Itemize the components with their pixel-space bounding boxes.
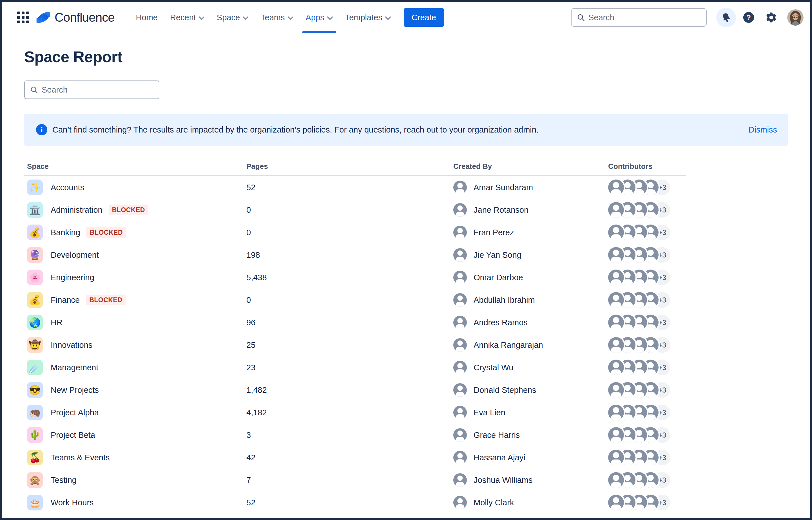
table-row[interactable]: 🎂 Work Hours 52 Molly Clark +3 <box>24 491 686 514</box>
blocked-badge: BLOCKED <box>86 294 126 305</box>
space-name[interactable]: Teams & Events <box>51 453 110 462</box>
logo-wordmark: Confluence <box>55 10 115 24</box>
nav-item-templates[interactable]: Templates <box>339 2 397 33</box>
pages-value: 23 <box>246 363 453 372</box>
creator-avatar-icon <box>453 473 467 487</box>
contributors-cell[interactable]: +3 <box>608 225 686 240</box>
space-name[interactable]: Development <box>51 251 99 260</box>
space-name[interactable]: HR <box>51 318 62 327</box>
nav-item-space[interactable]: Space <box>211 2 255 33</box>
contributors-cell[interactable]: +3 <box>608 269 686 285</box>
contributors-cell[interactable]: +3 <box>608 202 686 218</box>
global-search-input[interactable] <box>588 13 701 22</box>
space-name[interactable]: Work Hours <box>51 498 94 507</box>
chevron-down-icon <box>243 16 248 20</box>
space-name[interactable]: Finance <box>51 295 80 305</box>
space-cell: 🦔 Project Alpha <box>24 405 246 420</box>
space-cell: 🌵 Project Beta <box>24 427 246 443</box>
nav-item-label: Apps <box>306 13 324 22</box>
table-row[interactable]: 🏛️ Administration BLOCKED 0 Jane Rotanso… <box>24 199 686 221</box>
table-row[interactable]: 🦔 Project Alpha 4,182 Eva Lien +3 <box>24 401 686 424</box>
create-button[interactable]: Create <box>404 8 444 27</box>
table-row[interactable]: 🔮 Development 198 Jie Yan Song +3 <box>24 244 686 266</box>
contributors-cell[interactable]: +3 <box>608 450 686 465</box>
table-row[interactable]: ☄️ Management 23 Crystal Wu +3 <box>24 356 686 379</box>
creator-cell: Molly Clark <box>453 496 608 509</box>
contributors-cell[interactable]: +3 <box>608 337 686 353</box>
creator-name: Annika Rangarajan <box>474 340 543 350</box>
report-search[interactable] <box>24 80 159 99</box>
table-row[interactable]: 💰 Banking BLOCKED 0 Fran Perez +3 <box>24 221 686 244</box>
contributors-cell[interactable]: +3 <box>608 382 686 398</box>
contributor-avatar-icon <box>608 450 624 465</box>
space-name[interactable]: Testing <box>51 475 77 485</box>
table-row[interactable]: 🌏 HR 96 Andres Ramos +3 <box>24 311 686 334</box>
nav-item-recent[interactable]: Recent <box>164 2 211 33</box>
contributors-cell[interactable]: +3 <box>608 292 686 308</box>
creator-avatar-icon <box>453 451 467 464</box>
space-name[interactable]: New Projects <box>51 386 99 395</box>
space-emoji: ✨ <box>29 183 41 192</box>
dismiss-button[interactable]: Dismiss <box>748 125 777 134</box>
table-row[interactable]: 🤠 Innovations 25 Annika Rangarajan +3 <box>24 334 686 356</box>
space-cell: 🌏 HR <box>24 315 246 330</box>
contributors-cell[interactable]: +3 <box>608 247 686 263</box>
table-row[interactable]: 😎 New Projects 1,482 Donald Stephens +3 <box>24 379 686 401</box>
contributor-avatar-icon <box>608 247 624 263</box>
table-row[interactable]: ✨ Accounts 52 Amar Sundaram +3 <box>24 176 686 199</box>
pages-value: 52 <box>246 498 453 507</box>
contributors-cell[interactable]: +3 <box>608 427 686 443</box>
contributors-cell[interactable]: +3 <box>608 495 686 511</box>
contributors-cell[interactable]: +3 <box>608 405 686 420</box>
report-search-input[interactable] <box>42 85 154 95</box>
table-row[interactable]: 🙊 Testing 7 Joshua Williams +3 <box>24 469 686 491</box>
space-name[interactable]: Management <box>51 363 98 372</box>
creator-avatar-icon <box>453 428 467 442</box>
user-avatar[interactable] <box>787 9 804 26</box>
space-name[interactable]: Innovations <box>51 340 92 350</box>
creator-name: Donald Stephens <box>474 386 536 395</box>
contributors-cell[interactable]: +3 <box>608 360 686 375</box>
nav-item-apps[interactable]: Apps <box>300 2 339 33</box>
table-row[interactable]: 🍒 Teams & Events 42 Hassana Ajayi +3 <box>24 446 686 469</box>
table-row[interactable]: 🌵 Project Beta 3 Grace Harris +3 <box>24 424 686 446</box>
creator-cell: Abdullah Ibrahim <box>453 293 608 307</box>
app-switcher-button[interactable] <box>14 8 32 26</box>
nav-menu: Home Recent Space Teams Apps Templates <box>130 2 397 33</box>
pages-value: 42 <box>246 453 453 462</box>
creator-cell: Eva Lien <box>453 406 608 419</box>
column-header-contributors: Contributors <box>608 162 686 171</box>
space-report-table: Space Pages Created By Contributors ✨ Ac… <box>24 162 686 514</box>
global-search[interactable] <box>571 8 707 27</box>
space-icon: 🏛️ <box>27 202 43 218</box>
nav-item-label: Home <box>136 13 158 22</box>
space-cell: 🏛️ Administration BLOCKED <box>24 202 246 218</box>
table-row[interactable]: 💰 Finance BLOCKED 0 Abdullah Ibrahim +3 <box>24 289 686 311</box>
space-name[interactable]: Administration <box>51 205 102 215</box>
contributors-cell[interactable]: +3 <box>608 180 686 195</box>
space-icon: 💰 <box>27 225 43 240</box>
space-cell: 🙊 Testing <box>24 472 246 488</box>
space-name[interactable]: Banking <box>51 228 80 237</box>
chevron-down-icon <box>199 16 204 20</box>
confluence-logo[interactable]: Confluence <box>36 10 115 24</box>
creator-name: Hassana Ajayi <box>474 453 525 462</box>
blocked-badge: BLOCKED <box>86 227 126 238</box>
space-icon: 🤠 <box>27 337 43 353</box>
contributors-cell[interactable]: +3 <box>608 472 686 488</box>
table-row[interactable]: 🌸 Engineering 5,438 Omar Darboe +3 <box>24 266 686 289</box>
pages-value: 4,182 <box>246 408 453 417</box>
space-cell: 🍒 Teams & Events <box>24 450 246 465</box>
space-name[interactable]: Accounts <box>51 183 84 192</box>
nav-item-home[interactable]: Home <box>130 2 164 33</box>
space-cell: 🤠 Innovations <box>24 337 246 353</box>
help-button[interactable]: ? <box>739 7 759 27</box>
notifications-button[interactable] <box>716 7 736 27</box>
settings-button[interactable] <box>761 7 781 27</box>
space-name[interactable]: Project Alpha <box>51 408 99 417</box>
nav-item-teams[interactable]: Teams <box>255 2 299 33</box>
space-name[interactable]: Project Beta <box>51 431 95 440</box>
contributors-cell[interactable]: +3 <box>608 315 686 330</box>
space-emoji: 😎 <box>29 385 41 395</box>
space-name[interactable]: Engineering <box>51 273 94 282</box>
